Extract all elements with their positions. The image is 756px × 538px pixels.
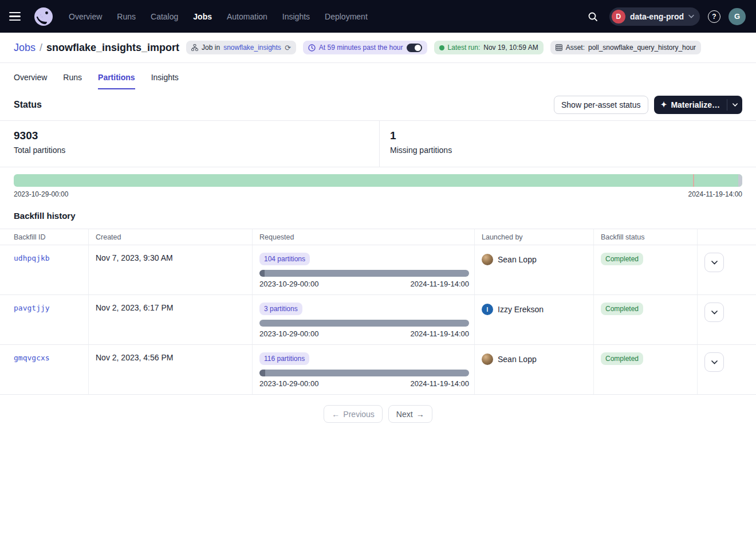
tab-runs[interactable]: Runs bbox=[63, 73, 82, 89]
total-partitions-label: Total partitions bbox=[14, 146, 379, 155]
range-end: 2024-11-19-14:00 bbox=[411, 329, 469, 338]
schedule-toggle[interactable] bbox=[407, 44, 422, 52]
status-section-header: Status Show per-asset status ✦ Materiali… bbox=[0, 89, 756, 121]
nav-item-runs[interactable]: Runs bbox=[117, 12, 136, 21]
missing-partition-segment bbox=[738, 174, 742, 187]
reload-icon[interactable]: ⟳ bbox=[285, 44, 291, 52]
asset-label: Asset: bbox=[566, 44, 585, 52]
missing-partitions-label: Missing partitions bbox=[390, 146, 452, 155]
created-timestamp: Nov 2, 2023, 6:17 PM bbox=[96, 303, 173, 312]
tab-partitions[interactable]: Partitions bbox=[98, 73, 135, 89]
chevron-down-icon bbox=[711, 360, 718, 364]
chevron-down-icon bbox=[711, 261, 718, 265]
row-menu-button[interactable] bbox=[704, 253, 724, 272]
nav-item-automation[interactable]: Automation bbox=[227, 12, 267, 21]
help-icon[interactable]: ? bbox=[708, 10, 720, 23]
col-requested: Requested bbox=[253, 229, 475, 245]
range-start: 2023-10-29-00:00 bbox=[259, 280, 318, 288]
next-page-button[interactable]: Next → bbox=[388, 405, 432, 423]
backfill-id-link[interactable]: pavgtjjy bbox=[14, 304, 50, 312]
show-per-asset-status-button[interactable]: Show per-asset status bbox=[554, 96, 648, 114]
partition-range-start: 2023-10-29-00:00 bbox=[14, 190, 68, 198]
nav-item-catalog[interactable]: Catalog bbox=[151, 12, 178, 21]
created-timestamp: Nov 7, 2023, 9:30 AM bbox=[96, 253, 173, 262]
latest-run-label: Latest run: bbox=[448, 44, 481, 52]
created-timestamp: Nov 2, 2023, 4:56 PM bbox=[96, 353, 173, 362]
schedule-badge: At 59 minutes past the hour bbox=[303, 41, 427, 54]
asset-badge: Asset: poll_snowflake_query_history_hour bbox=[550, 41, 701, 54]
job-location-badge: Job in snowflake_insights ⟳ bbox=[186, 41, 296, 54]
search-icon[interactable] bbox=[584, 8, 601, 25]
partition-health-bar[interactable] bbox=[14, 174, 742, 187]
dagster-logo-icon[interactable] bbox=[33, 6, 54, 27]
tab-insights[interactable]: Insights bbox=[151, 73, 179, 89]
missing-partitions-stat: 1 Missing partitions bbox=[380, 121, 452, 167]
pagination: ← Previous Next → bbox=[0, 395, 756, 433]
col-backfill-status: Backfill status bbox=[594, 229, 698, 245]
latest-run-badge: Latest run: Nov 19, 10:59 AM bbox=[434, 41, 544, 54]
status-title: Status bbox=[14, 100, 42, 110]
partition-range-end: 2024-11-19-14:00 bbox=[688, 190, 742, 198]
backfill-id-link[interactable]: udhpqjkb bbox=[14, 254, 50, 262]
backfill-history-title: Backfill history bbox=[0, 198, 756, 229]
total-partitions-stat: 9303 Total partitions bbox=[0, 121, 380, 167]
requested-range-bar bbox=[259, 270, 469, 277]
schedule-label: At 59 minutes past the hour bbox=[319, 44, 403, 52]
backfill-table-header: Backfill ID Created Requested Launched b… bbox=[0, 229, 756, 245]
clock-icon bbox=[308, 44, 316, 52]
partition-health: 2023-10-29-00:00 2024-11-19-14:00 bbox=[0, 167, 756, 198]
materialize-dropdown-button[interactable] bbox=[727, 96, 742, 114]
code-location-link[interactable]: snowflake_insights bbox=[223, 44, 281, 52]
nav-item-deployment[interactable]: Deployment bbox=[325, 12, 368, 21]
page-header: Jobs / snowflake_insights_import Job in … bbox=[0, 33, 756, 63]
col-created: Created bbox=[89, 229, 253, 245]
materialize-label: Materialize… bbox=[671, 100, 720, 109]
launched-by-name: Sean Lopp bbox=[498, 255, 537, 264]
row-menu-button[interactable] bbox=[704, 303, 724, 322]
arrow-left-icon: ← bbox=[332, 410, 340, 419]
requested-range-bar bbox=[259, 370, 469, 376]
job-in-label: Job in bbox=[202, 44, 220, 52]
job-tabs: Overview Runs Partitions Insights bbox=[0, 63, 756, 89]
user-avatar[interactable]: G bbox=[729, 8, 746, 25]
arrow-right-icon: → bbox=[416, 410, 424, 419]
breadcrumb-jobs-link[interactable]: Jobs bbox=[14, 42, 36, 54]
range-start: 2023-10-29-00:00 bbox=[259, 379, 318, 388]
chevron-down-icon bbox=[688, 14, 694, 18]
deployment-switcher[interactable]: D data-eng-prod bbox=[609, 7, 700, 26]
nav-item-jobs[interactable]: Jobs bbox=[193, 12, 212, 21]
tab-overview[interactable]: Overview bbox=[14, 73, 47, 89]
page-title: snowflake_insights_import bbox=[46, 42, 179, 54]
materialize-button-group: ✦ Materialize… bbox=[654, 96, 743, 114]
status-badge: Completed bbox=[601, 303, 643, 315]
breadcrumb-separator: / bbox=[40, 42, 42, 54]
previous-page-button[interactable]: ← Previous bbox=[324, 405, 382, 423]
nav-item-overview[interactable]: Overview bbox=[69, 12, 102, 21]
table-row: gmqvgcxs Nov 2, 2023, 4:56 PM 116 partit… bbox=[0, 345, 756, 395]
materialize-button[interactable]: ✦ Materialize… bbox=[654, 96, 727, 114]
range-end: 2024-11-19-14:00 bbox=[411, 379, 469, 388]
partitions-count-pill[interactable]: 3 partitions bbox=[259, 303, 302, 315]
partitions-count-pill[interactable]: 104 partitions bbox=[259, 253, 310, 265]
user-avatar bbox=[482, 254, 493, 265]
backfill-id-link[interactable]: gmqvgcxs bbox=[14, 354, 50, 362]
breadcrumb: Jobs / snowflake_insights_import bbox=[14, 42, 179, 54]
launched-by-name: Sean Lopp bbox=[498, 355, 537, 364]
nav-item-insights[interactable]: Insights bbox=[282, 12, 310, 21]
user-avatar bbox=[482, 354, 493, 365]
latest-run-link[interactable]: Nov 19, 10:59 AM bbox=[483, 44, 538, 52]
launched-by-name: Izzy Erekson bbox=[498, 305, 544, 314]
status-badge: Completed bbox=[601, 352, 643, 365]
partitions-count-pill[interactable]: 116 partitions bbox=[259, 352, 309, 365]
col-actions bbox=[698, 229, 756, 245]
range-start: 2023-10-29-00:00 bbox=[259, 329, 318, 338]
graph-icon bbox=[191, 44, 198, 51]
col-backfill-id: Backfill ID bbox=[0, 229, 89, 245]
hamburger-menu-icon[interactable] bbox=[9, 9, 25, 25]
row-menu-button[interactable] bbox=[704, 352, 724, 372]
table-row: pavgtjjy Nov 2, 2023, 6:17 PM 3 partitio… bbox=[0, 295, 756, 345]
total-partitions-value: 9303 bbox=[14, 129, 379, 142]
asset-link[interactable]: poll_snowflake_query_history_hour bbox=[588, 44, 696, 52]
asset-grid-icon bbox=[556, 44, 562, 51]
run-status-dot bbox=[439, 45, 444, 50]
